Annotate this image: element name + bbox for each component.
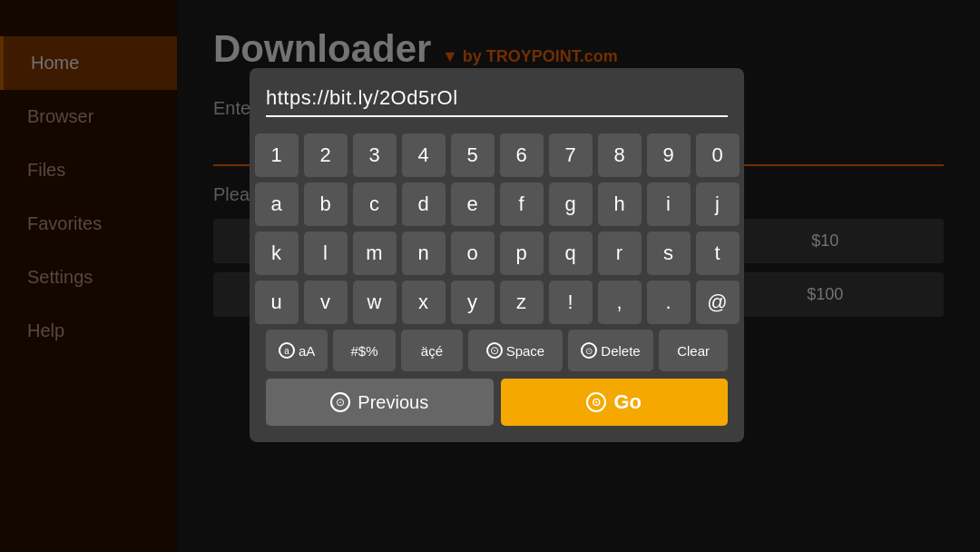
key-l[interactable]: l [304,232,348,275]
key-1[interactable]: 1 [255,133,299,177]
key-c[interactable]: c [353,182,397,226]
key-space[interactable]: ⊙ Space [468,330,563,371]
circle-icon-go: ⊙ [586,392,606,412]
key-symbols[interactable]: #$% [333,330,395,371]
key-9[interactable]: 9 [647,133,691,177]
key-q[interactable]: q [549,232,593,275]
key-w[interactable]: w [353,281,397,324]
key-8[interactable]: 8 [598,133,642,177]
circle-icon-delete: ⊙ [581,342,597,359]
key-s[interactable]: s [647,232,691,275]
keyboard-row-numbers: 1 2 3 4 5 6 7 8 9 0 [266,133,728,177]
key-accents[interactable]: äçé [401,330,463,371]
circle-icon-case: a [279,342,295,359]
key-i[interactable]: i [647,182,691,226]
key-k[interactable]: k [255,232,299,275]
key-6[interactable]: 6 [500,133,544,177]
key-e[interactable]: e [451,182,495,226]
keyboard-row-k-t: k l m n o p q r s t [266,232,728,275]
key-v[interactable]: v [304,281,348,324]
keyboard-special-row: a aA #$% äçé ⊙ Space ⊙ Delete Clear [266,330,728,371]
url-input-area: https://bit.ly/2Od5rOl [266,86,728,117]
key-4[interactable]: 4 [402,133,446,177]
previous-button[interactable]: ⊙ Previous [266,379,494,426]
key-o[interactable]: o [451,232,495,275]
key-h[interactable]: h [598,182,642,226]
key-clear[interactable]: Clear [659,330,728,371]
key-n[interactable]: n [402,232,446,275]
key-at[interactable]: @ [696,281,740,324]
key-x[interactable]: x [402,281,446,324]
key-delete[interactable]: ⊙ Delete [568,330,653,371]
key-7[interactable]: 7 [549,133,593,177]
key-u[interactable]: u [255,281,299,324]
key-j[interactable]: j [696,182,740,226]
key-t[interactable]: t [696,232,740,275]
key-m[interactable]: m [353,232,397,275]
circle-icon-previous: ⊙ [330,392,350,412]
keyboard-row-u-at: u v w x y z ! , . @ [266,281,728,324]
key-5[interactable]: 5 [451,133,495,177]
key-comma[interactable]: , [598,281,642,324]
url-display: https://bit.ly/2Od5rOl [266,86,458,109]
keyboard-modal: https://bit.ly/2Od5rOl 1 2 3 4 5 6 7 8 9… [250,68,744,442]
key-3[interactable]: 3 [353,133,397,177]
key-case-toggle[interactable]: a aA [266,330,328,371]
key-f[interactable]: f [500,182,544,226]
keyboard-row-a-j: a b c d e f g h i j [266,182,728,226]
key-2[interactable]: 2 [304,133,348,177]
key-p[interactable]: p [500,232,544,275]
key-z[interactable]: z [500,281,544,324]
key-g[interactable]: g [549,182,593,226]
key-period[interactable]: . [647,281,691,324]
key-exclaim[interactable]: ! [549,281,593,324]
key-r[interactable]: r [598,232,642,275]
go-button[interactable]: ⊙ Go [501,379,729,426]
key-a[interactable]: a [255,182,299,226]
keyboard-action-row: ⊙ Previous ⊙ Go [266,379,728,426]
key-y[interactable]: y [451,281,495,324]
circle-icon-space: ⊙ [486,342,503,359]
key-b[interactable]: b [304,182,348,226]
key-0[interactable]: 0 [696,133,740,177]
key-d[interactable]: d [402,182,446,226]
